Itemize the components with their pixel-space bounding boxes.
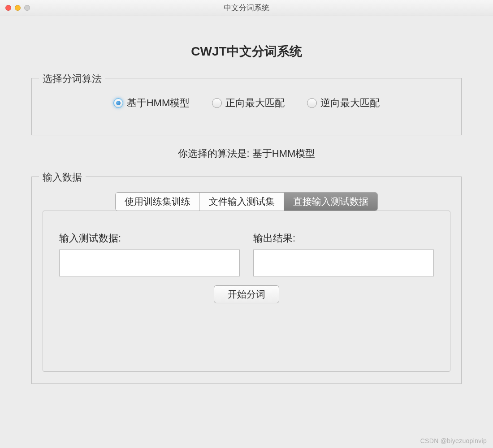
tab-training-set[interactable]: 使用训练集训练 [116,193,200,211]
algorithm-radio-row: 基于HMM模型 正向最大匹配 逆向最大匹配 [45,94,448,123]
watermark: CSDN @biyezuopinvip [420,437,487,444]
radio-indicator-icon [113,98,123,108]
tab-file-input[interactable]: 文件输入测试集 [200,193,284,211]
tabstrip: 使用训练集训练 文件输入测试集 直接输入测试数据 [115,192,378,211]
minimize-button[interactable] [15,5,21,11]
input-data-legend: 输入数据 [39,171,86,184]
input-data-group: 输入数据 使用训练集训练 文件输入测试集 直接输入测试数据 输入测试数据: 输出… [31,177,462,384]
input-column: 输入测试数据: [59,232,240,276]
window-title: 中文分词系统 [0,3,493,13]
output-textarea[interactable] [253,250,434,276]
tab-direct-input[interactable]: 直接输入测试数据 [284,193,377,211]
tab-pane: 使用训练集训练 文件输入测试集 直接输入测试数据 输入测试数据: 输出结果: [43,192,450,372]
algorithm-legend: 选择分词算法 [39,72,105,86]
tabbar: 使用训练集训练 文件输入测试集 直接输入测试数据 [43,192,450,211]
io-row: 输入测试数据: 输出结果: [59,232,434,276]
close-button[interactable] [5,5,11,11]
selected-algorithm-status: 你选择的算法是: 基于HMM模型 [31,147,462,160]
radio-indicator-icon [212,98,222,108]
action-row: 开始分词 [59,285,434,303]
radio-backward-max[interactable]: 逆向最大匹配 [307,96,380,110]
algorithm-group: 选择分词算法 基于HMM模型 正向最大匹配 逆向最大匹配 [31,78,462,135]
radio-label: 逆向最大匹配 [320,96,380,110]
radio-indicator-icon [307,98,317,108]
page-title: CWJT中文分词系统 [31,43,462,60]
output-column: 输出结果: [253,232,434,276]
radio-forward-max[interactable]: 正向最大匹配 [212,96,285,110]
output-label: 输出结果: [253,232,434,245]
traffic-lights [5,5,30,11]
main-content: CWJT中文分词系统 选择分词算法 基于HMM模型 正向最大匹配 逆向最大匹配 … [0,16,493,402]
radio-hmm[interactable]: 基于HMM模型 [113,96,190,110]
tab-content: 输入测试数据: 输出结果: 开始分词 [43,211,450,372]
titlebar: 中文分词系统 [0,0,493,16]
maximize-button[interactable] [24,5,30,11]
radio-label: 基于HMM模型 [127,96,190,110]
input-label: 输入测试数据: [59,232,240,245]
radio-label: 正向最大匹配 [225,96,285,110]
start-segment-button[interactable]: 开始分词 [214,285,279,303]
input-textarea[interactable] [59,250,240,276]
